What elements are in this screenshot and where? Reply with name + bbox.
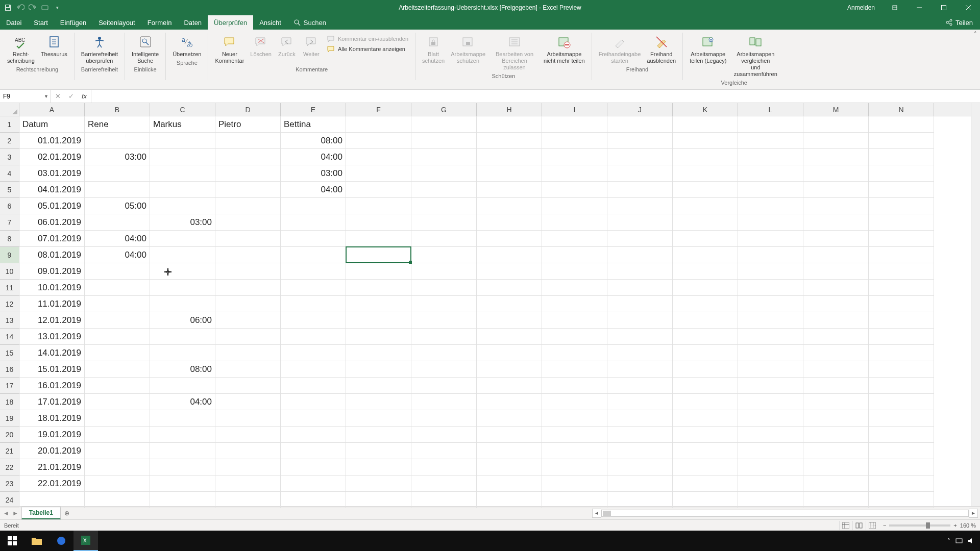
cell[interactable] (281, 443, 346, 459)
cell[interactable] (150, 475, 215, 492)
cell[interactable] (803, 492, 869, 508)
row-header[interactable]: 5 (0, 182, 19, 198)
cell[interactable] (869, 116, 934, 133)
cell[interactable] (346, 296, 411, 312)
cell[interactable]: 04:00 (85, 247, 150, 263)
row-header[interactable]: 11 (0, 280, 19, 296)
cell[interactable] (150, 198, 215, 214)
cell[interactable]: 16.01.2019 (19, 378, 85, 394)
cell[interactable] (542, 492, 607, 508)
cell[interactable] (215, 475, 281, 492)
cell[interactable] (542, 116, 607, 133)
cell[interactable] (673, 361, 738, 378)
cell[interactable] (346, 214, 411, 231)
cell[interactable] (869, 312, 934, 329)
row-header[interactable]: 19 (0, 410, 19, 427)
cell[interactable] (673, 296, 738, 312)
sheet-tab-active[interactable]: Tabelle1 (21, 507, 61, 519)
cell[interactable] (215, 231, 281, 247)
cell[interactable] (542, 263, 607, 280)
cell[interactable] (477, 329, 542, 345)
cell[interactable] (215, 394, 281, 410)
cell[interactable] (411, 312, 477, 329)
cell[interactable] (803, 149, 869, 165)
cell[interactable] (542, 165, 607, 182)
cell[interactable] (346, 492, 411, 508)
cell[interactable] (803, 427, 869, 443)
cell[interactable]: 03.01.2019 (19, 165, 85, 182)
cell[interactable] (150, 459, 215, 475)
cell[interactable] (477, 263, 542, 280)
cell[interactable] (738, 475, 803, 492)
cell[interactable] (869, 394, 934, 410)
column-header[interactable]: H (477, 103, 542, 116)
cell[interactable] (281, 475, 346, 492)
cell[interactable] (607, 492, 673, 508)
cell[interactable] (803, 214, 869, 231)
cell[interactable] (673, 116, 738, 133)
cell[interactable]: 03:00 (85, 149, 150, 165)
cell[interactable] (869, 427, 934, 443)
cell[interactable] (281, 296, 346, 312)
cell[interactable] (803, 165, 869, 182)
column-header[interactable]: M (803, 103, 869, 116)
cell[interactable] (215, 361, 281, 378)
cell[interactable] (346, 378, 411, 394)
cell[interactable] (85, 410, 150, 427)
cell[interactable] (673, 165, 738, 182)
cell[interactable]: 22.01.2019 (19, 475, 85, 492)
tab-einfügen[interactable]: Einfügen (54, 15, 92, 30)
cell[interactable] (869, 329, 934, 345)
cell[interactable] (477, 443, 542, 459)
zoom-value[interactable]: 160 % (960, 522, 976, 529)
cell[interactable] (477, 378, 542, 394)
cell[interactable] (673, 133, 738, 149)
network-icon[interactable] (955, 538, 963, 544)
cell[interactable] (673, 263, 738, 280)
cell[interactable] (477, 459, 542, 475)
cell[interactable] (607, 459, 673, 475)
row-header[interactable]: 18 (0, 394, 19, 410)
cell[interactable] (346, 182, 411, 198)
column-header[interactable]: E (281, 103, 346, 116)
cell[interactable] (411, 443, 477, 459)
undo-icon[interactable] (16, 4, 24, 12)
cell[interactable] (346, 394, 411, 410)
cell[interactable] (869, 475, 934, 492)
cell[interactable] (607, 231, 673, 247)
cell[interactable] (281, 329, 346, 345)
cell[interactable] (85, 133, 150, 149)
touch-mode-icon[interactable] (41, 4, 49, 12)
cell[interactable]: 02.01.2019 (19, 149, 85, 165)
cell[interactable] (150, 427, 215, 443)
cell[interactable] (607, 410, 673, 427)
cell[interactable] (346, 475, 411, 492)
cell[interactable] (869, 459, 934, 475)
cell[interactable] (150, 165, 215, 182)
cell[interactable]: 04:00 (85, 231, 150, 247)
cell[interactable] (542, 214, 607, 231)
tab-seitenlayout[interactable]: Seitenlayout (92, 15, 141, 30)
cell[interactable] (150, 443, 215, 459)
cell[interactable] (607, 312, 673, 329)
cell[interactable] (738, 280, 803, 296)
cell[interactable] (411, 214, 477, 231)
cell[interactable] (150, 378, 215, 394)
cell[interactable] (346, 231, 411, 247)
cell[interactable] (85, 378, 150, 394)
start-button[interactable] (0, 531, 24, 551)
cell[interactable] (411, 165, 477, 182)
cell[interactable] (607, 214, 673, 231)
select-all-corner[interactable] (0, 103, 19, 116)
cell[interactable] (346, 149, 411, 165)
tab-überprüfen[interactable]: Überprüfen (208, 15, 253, 30)
cell[interactable] (607, 329, 673, 345)
row-header[interactable]: 13 (0, 312, 19, 329)
cell[interactable] (542, 231, 607, 247)
edge-icon[interactable] (49, 531, 74, 551)
cell[interactable]: 18.01.2019 (19, 410, 85, 427)
sign-in-button[interactable]: Anmelden (840, 4, 882, 11)
cell[interactable] (869, 280, 934, 296)
cell[interactable]: Markus (150, 116, 215, 133)
cell[interactable] (869, 263, 934, 280)
